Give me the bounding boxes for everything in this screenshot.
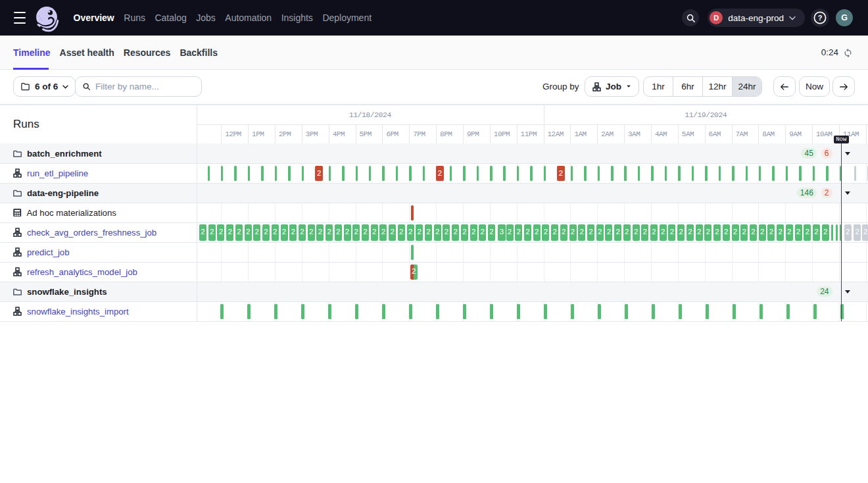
svg-text:?: ?: [818, 14, 823, 22]
